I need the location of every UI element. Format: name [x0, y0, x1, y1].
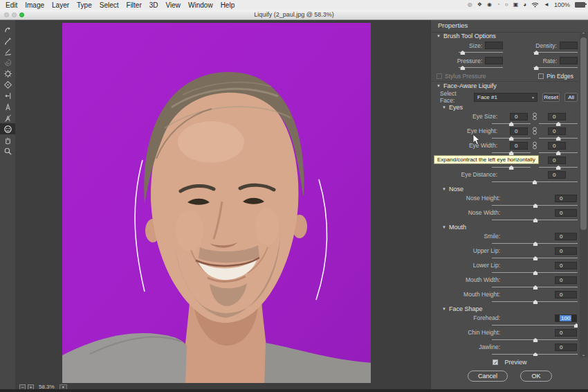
chin-height-slider[interactable] — [492, 337, 578, 342]
lower-lip-slider[interactable] — [492, 270, 578, 275]
slider-thumb[interactable] — [533, 242, 538, 246]
slider-thumb[interactable] — [533, 256, 538, 260]
scrollbar-thumb[interactable] — [580, 37, 587, 230]
eye-tilt-right-input[interactable]: 0 — [548, 157, 566, 164]
link-icon[interactable] — [532, 127, 538, 135]
eye-tilt-left-slider[interactable] — [492, 165, 531, 170]
nose-height-slider[interactable] — [492, 203, 578, 208]
link-icon[interactable] — [532, 112, 538, 121]
menu-help[interactable]: Help — [221, 1, 235, 9]
menu-3d[interactable]: 3D — [149, 1, 158, 9]
section-eyes[interactable]: ▼ Eyes — [431, 103, 578, 112]
select-face-dropdown[interactable]: Face #1 ▾ — [474, 93, 538, 102]
eye-size-left-slider[interactable] — [492, 121, 531, 126]
all-button[interactable]: All — [564, 93, 578, 102]
density-slider[interactable] — [533, 50, 578, 55]
ok-button[interactable]: OK — [520, 371, 552, 382]
canvas-photo[interactable] — [62, 23, 371, 383]
smile-slider[interactable] — [492, 241, 578, 246]
section-mouth[interactable]: ▼ Mouth — [431, 223, 578, 232]
circle-status-icon[interactable]: ○ — [505, 2, 508, 8]
density-slider-thumb[interactable] — [534, 51, 539, 55]
forehead-input[interactable]: 100 — [555, 314, 577, 322]
link-icon[interactable] — [532, 141, 538, 150]
pucker-tool[interactable] — [0, 68, 15, 79]
eye-width-left-input[interactable]: 0 — [510, 142, 528, 150]
face-tool[interactable] — [0, 123, 15, 134]
clock-icon[interactable]: ◔ — [497, 2, 500, 8]
slider-thumb[interactable] — [533, 180, 538, 184]
eye-size-left-input[interactable]: 0 — [510, 113, 528, 121]
preview-checkbox[interactable]: ✓ — [493, 359, 498, 365]
eye-height-right-slider[interactable] — [539, 136, 578, 141]
section-face-aware-liquify[interactable]: ▼ Face-Aware Liquify — [431, 81, 578, 91]
eye-distance-slider[interactable] — [492, 179, 578, 184]
cancel-button[interactable]: Cancel — [468, 371, 508, 382]
slider-thumb[interactable] — [533, 218, 538, 222]
menu-type[interactable]: Type — [77, 1, 92, 9]
section-brush-tool-options[interactable]: ▼ Brush Tool Options — [431, 32, 578, 41]
nose-height-input[interactable]: 0 — [555, 195, 577, 202]
reset-button[interactable]: Reset — [542, 93, 560, 102]
push-left-tool[interactable] — [0, 90, 15, 101]
eye-height-right-input[interactable]: 0 — [548, 127, 566, 135]
rate-slider-thumb[interactable] — [534, 66, 539, 70]
mouth-height-input[interactable]: 0 — [555, 291, 577, 299]
zoom-tool[interactable] — [0, 145, 15, 157]
display-icon[interactable]: ▣ — [513, 2, 519, 8]
rate-slider[interactable] — [533, 65, 578, 70]
section-nose[interactable]: ▼ Nose — [431, 185, 578, 194]
thaw-mask-tool[interactable] — [0, 112, 15, 123]
menu-edit[interactable]: Edit — [6, 1, 17, 9]
nose-width-input[interactable]: 0 — [555, 209, 577, 217]
menu-layer[interactable]: Layer — [52, 1, 69, 9]
mouth-height-slider[interactable] — [492, 299, 578, 304]
volume-icon[interactable]: ◄ — [544, 2, 549, 8]
slider-thumb[interactable] — [509, 136, 514, 141]
pressure-slider-thumb[interactable] — [460, 66, 465, 70]
pressure-slider[interactable] — [459, 65, 503, 70]
eye-height-left-slider[interactable] — [492, 136, 531, 141]
eye-status-icon[interactable]: ◉ — [487, 2, 492, 8]
slider-thumb[interactable] — [533, 204, 538, 208]
smooth-tool[interactable] — [0, 46, 15, 57]
hand-tool[interactable] — [0, 134, 15, 145]
slider-thumb[interactable] — [556, 151, 561, 155]
scroll-up-icon[interactable]: ⌃ — [580, 32, 587, 37]
pin-edges-checkbox[interactable] — [538, 73, 544, 79]
menu-view[interactable]: View — [166, 1, 181, 9]
dropbox-icon[interactable]: ❖ — [477, 2, 482, 8]
section-face-shape[interactable]: ▼ Face Shape — [431, 305, 578, 314]
eye-width-right-input[interactable]: 0 — [548, 142, 566, 150]
slider-thumb[interactable] — [533, 271, 538, 275]
chin-height-input[interactable]: 0 — [555, 329, 577, 337]
mouth-width-input[interactable]: 0 — [555, 276, 577, 284]
panel-scrollbar[interactable]: ⌃ ⌄ — [580, 32, 587, 357]
bloat-tool[interactable] — [0, 79, 15, 90]
mouth-width-slider[interactable] — [492, 285, 578, 289]
eye-height-left-input[interactable]: 0 — [510, 127, 528, 135]
nose-width-slider[interactable] — [492, 217, 578, 222]
slider-thumb[interactable] — [509, 122, 514, 126]
size-slider-thumb[interactable] — [460, 51, 465, 55]
upper-lip-input[interactable]: 0 — [555, 247, 577, 255]
status-app-icon[interactable]: ◍ — [468, 2, 472, 8]
eye-size-right-slider[interactable] — [539, 121, 578, 126]
upper-lip-slider[interactable] — [492, 256, 578, 260]
eye-tilt-right-slider[interactable] — [539, 165, 578, 170]
slider-thumb[interactable] — [556, 136, 561, 141]
reconstruct-tool[interactable] — [0, 35, 15, 46]
forward-warp-tool[interactable] — [0, 24, 15, 35]
stylus-pressure-checkbox[interactable] — [437, 73, 442, 79]
size-input[interactable] — [485, 42, 503, 49]
slider-thumb[interactable] — [509, 166, 514, 170]
eye-distance-input[interactable]: 0 — [548, 171, 566, 179]
menu-window[interactable]: Window — [188, 1, 213, 9]
density-input[interactable] — [560, 42, 578, 49]
dark-status-icon[interactable]: ◕ — [523, 2, 526, 8]
jawline-input[interactable]: 0 — [555, 344, 577, 351]
slider-thumb[interactable] — [533, 285, 538, 289]
menu-filter[interactable]: Filter — [127, 1, 142, 9]
freeze-mask-tool[interactable] — [0, 101, 15, 112]
smile-input[interactable]: 0 — [555, 233, 577, 240]
